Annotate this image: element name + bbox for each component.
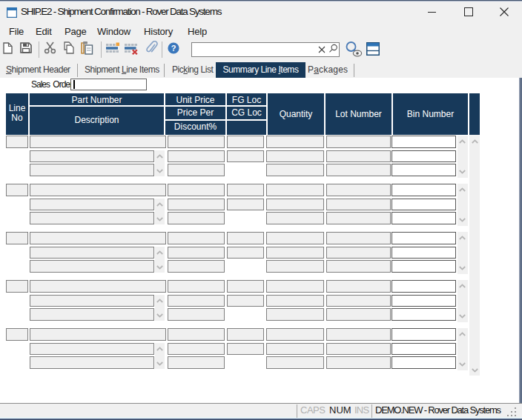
svg-text:?: ? <box>171 44 176 53</box>
